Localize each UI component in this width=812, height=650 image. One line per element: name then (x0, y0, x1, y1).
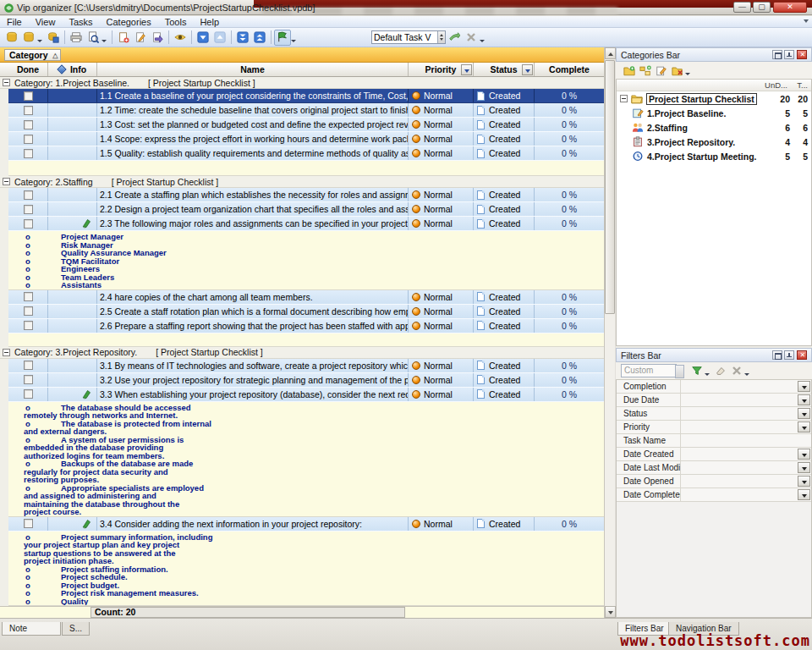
filter-value-field[interactable] (681, 434, 811, 447)
task-row[interactable]: 3.4 Consider adding the next information… (8, 517, 604, 532)
task-row[interactable]: 3.1 By means of IT technologies and soft… (8, 359, 604, 373)
task-name[interactable]: 2.1 Create a staffing plan which establi… (97, 188, 409, 201)
task-row[interactable]: 1.5 Quality: establish quality requireme… (8, 146, 604, 161)
done-checkbox[interactable] (24, 190, 33, 200)
collapse-all-icon[interactable] (251, 30, 268, 46)
filter-value-field[interactable] (681, 475, 798, 488)
status-filter-button[interactable] (522, 64, 533, 75)
group-by-category-button[interactable]: Category (4, 49, 61, 61)
menu-tools[interactable]: Tools (158, 16, 194, 28)
task-row[interactable]: 1.3 Cost: set the planned or budgeted co… (8, 118, 604, 132)
menu-help[interactable]: Help (193, 16, 226, 28)
task-name[interactable]: 1.3 Cost: set the planned or budgeted co… (97, 118, 409, 131)
apply-filter-icon[interactable] (689, 364, 705, 378)
done-checkbox[interactable] (24, 321, 33, 330)
done-checkbox[interactable] (24, 519, 33, 528)
menu-file[interactable]: File (0, 16, 29, 28)
delete-task-icon[interactable] (149, 30, 166, 46)
print-icon[interactable] (68, 30, 85, 46)
undone-column-header[interactable]: UnD... (765, 80, 787, 90)
task-row[interactable]: 2.2 Design a project team organization c… (8, 202, 604, 217)
filter-dropdown-button[interactable] (798, 421, 810, 432)
filter-dropdown-button[interactable] (798, 381, 810, 392)
category-group-row[interactable]: Category: 1.Project Baseline.[ Project S… (0, 77, 604, 89)
panel-restore-icon[interactable] (772, 350, 782, 360)
task-name[interactable]: 1.2 Time: create the schedule baseline t… (97, 103, 409, 117)
tab-s[interactable]: S... (62, 622, 90, 636)
edit-category-icon[interactable] (653, 63, 669, 78)
dropdown-arrow-icon[interactable] (37, 40, 42, 42)
task-row[interactable]: 2.3 The following major roles and assign… (8, 217, 604, 231)
done-checkbox[interactable] (24, 375, 33, 384)
done-checkbox[interactable] (24, 149, 33, 158)
scroll-up-arrow[interactable] (605, 47, 616, 59)
expand-all-icon[interactable] (234, 30, 251, 46)
column-header-name[interactable]: Name (97, 63, 409, 76)
panel-close-icon[interactable] (797, 50, 807, 59)
save-database-icon[interactable] (45, 30, 62, 46)
panel-pin-icon[interactable] (784, 50, 794, 59)
done-checkbox[interactable] (24, 205, 33, 214)
filter-dropdown-button[interactable] (798, 408, 810, 419)
category-tree-item[interactable]: Project Startup Checklist2020 (617, 91, 811, 106)
task-row[interactable]: 1.2 Time: create the schedule baseline t… (8, 103, 604, 118)
collapse-icon[interactable] (620, 95, 628, 102)
column-header-priority[interactable]: Priority (409, 63, 474, 76)
done-checkbox[interactable] (24, 292, 33, 301)
task-name[interactable]: 1.1 Create a baseline of your project co… (97, 89, 409, 102)
new-category-icon[interactable] (621, 63, 637, 78)
move-up-icon[interactable] (211, 30, 228, 46)
total-column-header[interactable]: T... (797, 80, 808, 90)
collapse-icon[interactable] (3, 178, 10, 185)
task-view-combo[interactable]: Default Task V (371, 30, 446, 44)
done-checkbox[interactable] (24, 120, 33, 129)
task-name[interactable]: 1.5 Quality: establish quality requireme… (97, 146, 409, 160)
task-row[interactable]: 2.5 Create a staff rotation plan which i… (8, 305, 604, 319)
edit-task-icon[interactable] (132, 30, 149, 46)
menu-overflow-icon[interactable] (804, 19, 809, 23)
column-header-done[interactable]: Done (8, 63, 48, 76)
tab-note[interactable]: Note (2, 622, 61, 636)
vertical-scrollbar[interactable] (604, 47, 615, 618)
combo-spinner-icon[interactable] (437, 31, 445, 43)
done-checkbox[interactable] (24, 135, 33, 144)
menu-view[interactable]: View (29, 16, 63, 28)
category-group-row[interactable]: Category: 2.Staffing[ Project Startup Ch… (0, 176, 604, 188)
filter-dropdown-button[interactable] (798, 394, 810, 405)
close-button[interactable]: ✕ (773, 2, 807, 13)
category-tree-item[interactable]: 4.Project Startup Meeting.55 (617, 149, 811, 163)
open-database-icon[interactable] (20, 30, 37, 46)
filter-value-field[interactable] (681, 461, 798, 474)
category-tree-item[interactable]: 3.Project Repository.44 (617, 135, 811, 149)
task-row[interactable]: 1.1 Create a baseline of your project co… (8, 89, 604, 103)
done-checkbox[interactable] (24, 91, 33, 101)
priority-filter-button[interactable] (461, 64, 472, 75)
print-preview-icon[interactable] (85, 30, 102, 46)
done-checkbox[interactable] (24, 361, 33, 370)
dropdown-arrow-icon[interactable] (480, 40, 485, 42)
new-database-icon[interactable] (3, 30, 20, 46)
flag-filter-icon[interactable] (274, 30, 291, 46)
dropdown-arrow-icon[interactable] (291, 40, 296, 42)
move-down-icon[interactable] (195, 30, 211, 46)
filter-value-field[interactable] (681, 407, 798, 420)
dropdown-arrow-icon[interactable] (685, 73, 690, 75)
filter-dropdown-button[interactable] (798, 449, 810, 460)
new-subcategory-icon[interactable] (637, 63, 653, 78)
filter-value-field[interactable] (681, 488, 798, 501)
category-tree-item[interactable]: 2.Staffing66 (617, 120, 811, 135)
panel-pin-icon[interactable] (784, 350, 794, 360)
category-group-row[interactable]: Category: 3.Project Repository.[ Project… (0, 347, 604, 359)
task-row[interactable]: 2.6 Prepare a staffing report showing th… (8, 319, 604, 333)
panel-close-icon[interactable] (797, 350, 807, 360)
column-header-info[interactable]: Info (48, 63, 97, 76)
filter-value-field[interactable] (681, 394, 798, 406)
task-name[interactable]: 3.4 Consider adding the next information… (97, 517, 409, 531)
task-row[interactable]: 3.2 Use your project repository for stra… (8, 373, 604, 388)
task-name[interactable]: 2.4 hare copies of the chart among all t… (97, 290, 409, 304)
column-header-status[interactable]: Status (474, 63, 535, 76)
filter-preset-combo[interactable]: Custom (621, 364, 677, 377)
filter-dropdown-button[interactable] (798, 462, 810, 473)
task-name[interactable]: 3.2 Use your project repository for stra… (97, 373, 409, 387)
delete-category-icon[interactable] (669, 63, 685, 78)
